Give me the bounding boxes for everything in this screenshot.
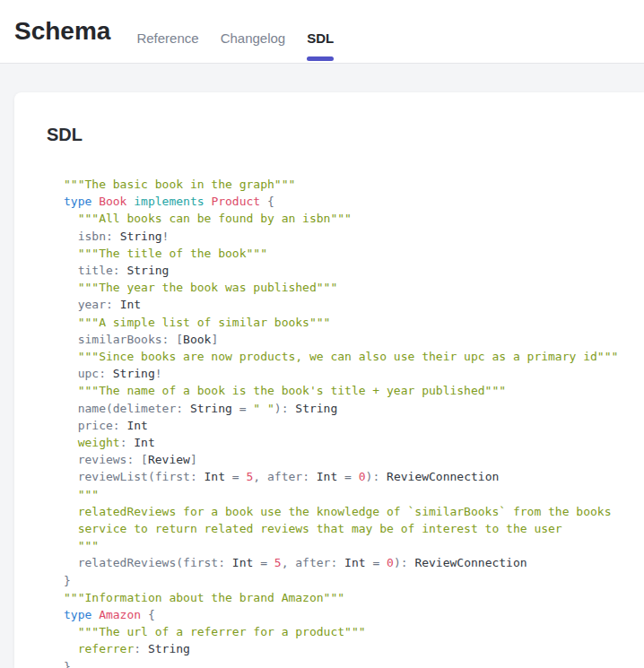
code-line: """Since books are now products, we can … <box>64 348 644 365</box>
code-line: """The basic book in the graph""" <box>64 176 644 193</box>
code-line: """ <box>64 537 644 554</box>
code-line: type Book implements Product { <box>64 193 644 210</box>
tab-changelog-label: Changelog <box>221 30 286 46</box>
sdl-code: """The basic book in the graph"""type Bo… <box>64 176 644 668</box>
code-line: """A simple list of similar books""" <box>64 314 644 331</box>
tab-changelog[interactable]: Changelog <box>210 0 297 63</box>
code-line: title: String <box>64 262 644 279</box>
code-line: referrer: String <box>64 640 644 657</box>
active-tab-indicator <box>307 56 334 61</box>
page-title: Schema <box>14 17 110 46</box>
sdl-card: SDL """The basic book in the graph"""typ… <box>14 92 644 668</box>
code-line: weight: Int <box>64 434 644 451</box>
code-line: """The url of a referrer for a product""… <box>64 623 644 640</box>
tab-reference-label: Reference <box>136 30 198 46</box>
code-line: service to return related reviews that m… <box>64 520 644 537</box>
code-line: """ <box>64 486 644 503</box>
code-line: } <box>64 658 644 668</box>
code-line: name(delimeter: String = " "): String <box>64 400 644 417</box>
sdl-heading: SDL <box>47 125 644 145</box>
code-line: """The name of a book is the book's titl… <box>64 382 644 399</box>
code-line: upc: String! <box>64 365 644 382</box>
code-line: type Amazon { <box>64 606 644 623</box>
code-line: isbn: String! <box>64 228 644 245</box>
code-line: } <box>64 572 644 589</box>
tab-sdl-label: SDL <box>307 30 334 46</box>
code-line: """Information about the brand Amazon""" <box>64 589 644 606</box>
code-line: """All books can be found by an isbn""" <box>64 210 644 227</box>
schema-header: Schema Reference Changelog SDL <box>0 0 644 64</box>
code-line: reviewList(first: Int = 5, after: Int = … <box>64 468 644 485</box>
code-line: relatedReviews for a book use the knowle… <box>64 503 644 520</box>
tab-bar: Reference Changelog SDL <box>126 0 344 63</box>
tab-sdl[interactable]: SDL <box>296 0 344 63</box>
code-line: relatedReviews(first: Int = 5, after: In… <box>64 554 644 571</box>
code-line: """The year the book was published""" <box>64 279 644 296</box>
tab-reference[interactable]: Reference <box>126 0 209 63</box>
code-line: price: Int <box>64 417 644 434</box>
code-line: similarBooks: [Book] <box>64 331 644 348</box>
code-line: reviews: [Review] <box>64 451 644 468</box>
code-line: """The title of the book""" <box>64 245 644 262</box>
page-body: SDL """The basic book in the graph"""typ… <box>0 64 644 668</box>
code-line: year: Int <box>64 296 644 313</box>
